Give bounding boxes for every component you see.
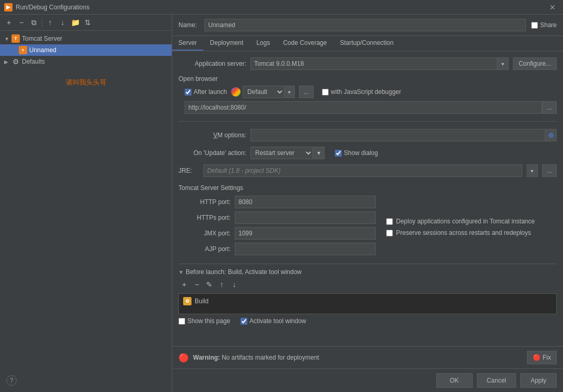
bottom-checks: Show this page Activate tool window <box>178 314 557 328</box>
activate-tool-checkbox[interactable] <box>241 318 247 325</box>
unnamed-config-icon: T <box>19 46 27 54</box>
show-page-checkbox[interactable] <box>178 318 185 325</box>
left-toolbar: + − ⧉ ↑ ↓ 📁 ⇅ <box>0 15 172 31</box>
https-port-input[interactable] <box>235 211 376 224</box>
apply-button[interactable]: Apply <box>520 373 557 388</box>
cancel-button[interactable]: Cancel <box>477 373 516 388</box>
tree-arrow-defaults: ▶ <box>4 59 11 65</box>
browser-ellipsis-btn[interactable]: ... <box>299 86 314 98</box>
tree-node-unnamed[interactable]: T Unnamed <box>0 44 172 56</box>
warning-text: Warning: No artifacts marked for deploym… <box>193 354 523 361</box>
left-panel: + − ⧉ ↑ ↓ 📁 ⇅ ▼ T Tomcat Server T Unname… <box>0 15 172 392</box>
tomcat-server-label: Tomcat Server <box>22 35 62 42</box>
main-content: + − ⧉ ↑ ↓ 📁 ⇅ ▼ T Tomcat Server T Unname… <box>0 15 563 392</box>
jre-dropdown-btn[interactable]: ▾ <box>526 164 538 177</box>
config-tree: ▼ T Tomcat Server T Unnamed ▶ ⚙ Defaults… <box>0 31 172 371</box>
on-update-select[interactable]: Restart server <box>250 147 313 159</box>
before-launch-header: ▼ Before launch: Build, Activate tool wi… <box>178 268 557 276</box>
jmx-port-row: JMX port: <box>178 227 376 240</box>
name-bar: Name: Share <box>172 15 563 36</box>
after-launch-label: After launch <box>194 88 227 96</box>
remove-config-button[interactable]: − <box>16 17 27 28</box>
add-config-button[interactable]: + <box>3 17 15 28</box>
tab-startup-connection[interactable]: Startup/Connection <box>333 36 400 51</box>
tree-node-tomcat-server[interactable]: ▼ T Tomcat Server <box>0 33 172 44</box>
show-page-checkbox-label[interactable]: Show this page <box>178 317 230 325</box>
title-bar: ▶ Run/Debug Configurations ✕ <box>0 0 563 15</box>
sort-button[interactable]: ⇅ <box>82 17 93 28</box>
open-browser-label: Open browser <box>178 75 557 82</box>
browser-icon <box>231 87 241 97</box>
warning-bold: Warning: <box>193 354 220 361</box>
preserve-sessions-checkbox[interactable] <box>386 230 393 236</box>
browser-select-wrap: Default ▾ <box>231 86 295 98</box>
open-browser-section: Open browser After launch Default ▾ ... <box>178 75 557 114</box>
configure-button[interactable]: Configure... <box>513 57 557 70</box>
tab-logs[interactable]: Logs <box>250 36 277 51</box>
vm-options-label: VM options: <box>178 132 246 139</box>
open-browser-row: After launch Default ▾ ... with JavaScri… <box>178 86 557 98</box>
fix-label: Fix <box>543 354 551 361</box>
bl-up-button[interactable]: ↑ <box>216 279 227 290</box>
url-ellipsis-btn[interactable]: ... <box>542 101 557 114</box>
jmx-port-input[interactable] <box>235 227 376 240</box>
url-input[interactable] <box>185 101 542 114</box>
app-server-input[interactable] <box>250 57 497 70</box>
http-port-input[interactable] <box>235 196 376 208</box>
config-name-input[interactable] <box>205 19 526 31</box>
before-launch-title: Before launch: Build, Activate tool wind… <box>186 268 302 276</box>
vm-options-expand-btn[interactable]: ⊕ <box>545 129 557 141</box>
copy-config-button[interactable]: ⧉ <box>28 17 40 28</box>
browser-select[interactable]: Default <box>243 86 284 98</box>
move-down-button[interactable]: ↓ <box>57 17 68 28</box>
name-label: Name: <box>178 21 199 29</box>
tomcat-settings-title: Tomcat Server Settings <box>178 184 557 192</box>
on-update-expand-btn[interactable]: ▾ <box>313 147 325 159</box>
http-port-label: HTTP port: <box>178 198 231 206</box>
show-dialog-label[interactable]: Show dialog <box>335 149 378 157</box>
share-checkbox[interactable] <box>531 22 538 29</box>
tab-server[interactable]: Server <box>172 36 203 51</box>
dialog-title: Run/Debug Configurations <box>16 4 546 11</box>
jre-input[interactable] <box>203 164 522 177</box>
fix-icon: 🔴 <box>533 354 541 361</box>
after-launch-checkbox[interactable] <box>185 89 191 96</box>
ok-button[interactable]: OK <box>436 373 473 388</box>
fix-button[interactable]: 🔴 Fix <box>527 351 557 364</box>
vm-options-row: VM options: ⊕ <box>178 129 557 141</box>
activate-tool-checkbox-label[interactable]: Activate tool window <box>241 317 306 325</box>
vm-options-input[interactable] <box>250 129 545 141</box>
bl-edit-button[interactable]: ✎ <box>203 279 215 290</box>
folder-button[interactable]: 📁 <box>69 17 81 28</box>
tomcat-settings-left: HTTP port: HTTPs port: JMX port: AJ <box>178 196 376 258</box>
browser-dropdown-btn[interactable]: ▾ <box>284 86 295 98</box>
tomcat-settings-columns: HTTP port: HTTPs port: JMX port: AJ <box>178 196 557 258</box>
js-debugger-checkbox[interactable] <box>322 89 329 96</box>
tab-deployment[interactable]: Deployment <box>203 36 250 51</box>
url-row: ... <box>178 101 557 114</box>
warning-icon: 🔴 <box>178 353 189 363</box>
show-dialog-checkbox[interactable] <box>335 150 342 157</box>
show-page-label: Show this page <box>187 317 230 325</box>
move-up-button[interactable]: ↑ <box>44 17 56 28</box>
ajp-port-input[interactable] <box>235 243 376 255</box>
panel-body: Application server: ▾ Configure... Open … <box>172 51 563 346</box>
js-debugger-checkbox-label[interactable]: with JavaScript debugger <box>322 88 401 96</box>
after-launch-checkbox-label[interactable]: After launch <box>185 88 227 96</box>
before-launch-section: ▼ Before launch: Build, Activate tool wi… <box>178 264 557 328</box>
bl-add-button[interactable]: + <box>178 279 190 290</box>
jmx-port-label: JMX port: <box>178 230 231 237</box>
close-button[interactable]: ✕ <box>546 2 559 13</box>
bottom-actions: OK Cancel Apply <box>172 369 563 392</box>
jre-ellipsis-btn[interactable]: ... <box>542 164 557 177</box>
share-label: Share <box>540 21 557 29</box>
bl-remove-button[interactable]: − <box>191 279 202 290</box>
deploy-apps-checkbox[interactable] <box>386 218 393 225</box>
https-port-label: HTTPs port: <box>178 214 231 221</box>
bl-down-button[interactable]: ↓ <box>229 279 240 290</box>
unnamed-config-label: Unnamed <box>29 46 56 54</box>
tree-node-defaults[interactable]: ▶ ⚙ Defaults <box>0 56 172 67</box>
app-server-dropdown[interactable]: ▾ <box>497 57 509 70</box>
tab-code-coverage[interactable]: Code Coverage <box>277 36 333 51</box>
help-button[interactable]: ? <box>6 375 17 386</box>
